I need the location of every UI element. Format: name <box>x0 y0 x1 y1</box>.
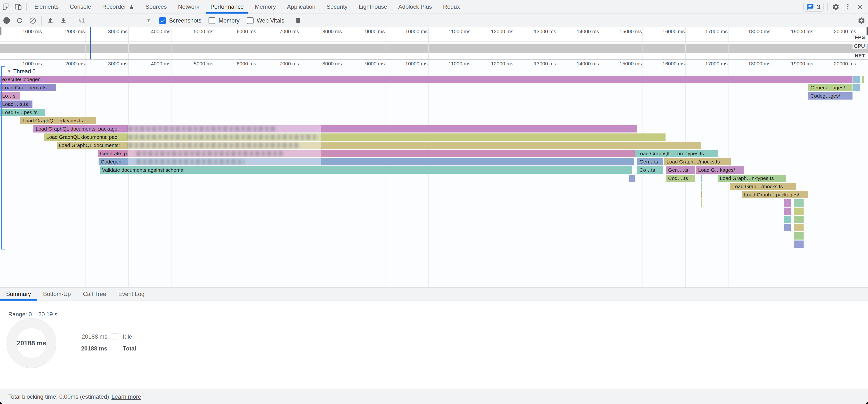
flame-event-bar[interactable] <box>701 191 702 198</box>
flame-event-bar[interactable]: Load Graph…n-types.ts <box>718 175 786 182</box>
device-toolbar-icon[interactable] <box>12 1 24 13</box>
flame-event-label: Codeg…ges/ <box>810 93 840 99</box>
bottom-tab-call-tree[interactable]: Call Tree <box>77 287 112 301</box>
redaction-overlay <box>128 125 321 166</box>
flame-event-bar[interactable]: Load Grap…/mocks.ts <box>730 183 796 190</box>
status-bar: Total blocking time: 0.00ms (estimated) … <box>0 389 868 404</box>
flame-event-bar[interactable] <box>701 183 702 190</box>
clear-recording-button[interactable] <box>26 14 39 27</box>
flame-event-bar[interactable]: executeCodegen <box>0 76 852 83</box>
thread-group-header[interactable]: ▼ Thread 0 <box>7 68 36 75</box>
recording-select[interactable]: #1 ▼ <box>74 15 155 26</box>
flame-event-bar[interactable]: Codeg…ges/ <box>808 92 852 99</box>
tab-memory[interactable]: Memory <box>249 0 281 13</box>
checkbox-web-vitals[interactable]: Web Vitals <box>247 17 284 24</box>
overview-left-handle[interactable] <box>0 27 1 35</box>
tab-adblock-plus[interactable]: Adblock Plus <box>393 0 438 13</box>
issues-count-button[interactable]: 3 <box>803 2 824 12</box>
flame-event-bar[interactable] <box>701 199 702 207</box>
flame-event-bar[interactable]: Load GraphQL …urn-types.ts <box>635 150 718 157</box>
overview-tick-label: 17000 ms <box>691 28 727 35</box>
tab-performance[interactable]: Performance <box>205 0 249 13</box>
flame-event-label: executeCodegen <box>2 76 41 82</box>
flame-event-bar[interactable]: Load …s.ts <box>0 100 32 108</box>
tab-lighthouse[interactable]: Lighthouse <box>353 0 393 13</box>
flame-event-bar[interactable] <box>862 76 863 83</box>
flame-event-bar[interactable]: Load GraphQ…ed/types.ts <box>20 117 96 124</box>
flame-event-bar[interactable]: Load G…kages/ <box>696 166 744 174</box>
bottom-tab-event-log[interactable]: Event Log <box>112 287 150 301</box>
flame-event-bar[interactable] <box>784 199 791 207</box>
flame-event-label: Load Gra…hema.ts <box>2 85 46 90</box>
settings-gear-icon[interactable] <box>830 1 842 13</box>
record-and-reload-button[interactable] <box>13 14 26 27</box>
checkbox-box-icon[interactable] <box>247 17 254 24</box>
flame-event-label: Load GraphQ…ed/types.ts <box>23 118 83 123</box>
flame-event-bar[interactable] <box>784 216 791 223</box>
flame-event-bar[interactable] <box>794 208 804 215</box>
flame-event-bar[interactable]: Gen….ts <box>666 166 695 174</box>
overview-right-handle[interactable] <box>867 27 868 35</box>
tab-sources[interactable]: Sources <box>140 0 173 13</box>
checkbox-box-icon[interactable] <box>209 17 215 24</box>
flame-event-bar[interactable]: Load Gra…hema.ts <box>0 84 56 91</box>
tab-elements[interactable]: Elements <box>29 0 64 13</box>
flame-event-bar[interactable]: Load Graph…packages/ <box>742 191 808 198</box>
divider <box>26 3 27 11</box>
flame-chart[interactable]: ▼ Thread 0 1000 ms2000 ms3000 ms4000 ms5… <box>0 60 868 287</box>
bottom-tab-summary[interactable]: Summary <box>0 287 37 301</box>
tab-application[interactable]: Application <box>281 0 321 13</box>
flame-event-bar[interactable]: Lo…s <box>0 92 20 99</box>
tab-label: Memory <box>255 3 276 10</box>
flame-event-bar[interactable] <box>794 241 804 248</box>
capture-settings-gear-icon[interactable] <box>855 14 868 27</box>
close-devtools-icon[interactable] <box>854 1 866 13</box>
flame-event-bar[interactable] <box>701 175 702 182</box>
tab-redux[interactable]: Redux <box>437 0 465 13</box>
tab-label: Lighthouse <box>359 3 387 10</box>
flame-event-bar[interactable] <box>629 175 635 182</box>
ruler-tick-label: 4000 ms <box>134 60 170 67</box>
checkbox-box-icon[interactable] <box>159 17 166 24</box>
flame-event-label: Load G…kages/ <box>698 167 735 173</box>
record-button[interactable] <box>0 14 13 27</box>
load-profile-icon[interactable] <box>44 14 57 27</box>
flame-event-bar[interactable]: Gen…ts <box>637 158 663 165</box>
inspect-element-icon[interactable] <box>0 1 12 13</box>
tab-console[interactable]: Console <box>64 0 97 13</box>
checkbox-memory[interactable]: Memory <box>209 17 240 24</box>
learn-more-link[interactable]: Learn more <box>112 393 141 400</box>
flame-event-bar[interactable]: Load Graph…/mocks.ts <box>664 158 731 165</box>
flame-event-label: Gen…ts <box>640 159 658 164</box>
flame-event-bar[interactable]: Genera…ages/ <box>808 84 852 91</box>
flame-event-bar[interactable] <box>794 224 804 231</box>
flame-event-label: Generate: p <box>100 151 127 156</box>
bottom-tab-bottom-up[interactable]: Bottom-Up <box>37 287 77 301</box>
delete-recording-icon[interactable] <box>291 14 305 27</box>
flame-event-bar[interactable] <box>784 224 791 231</box>
flame-event-bar[interactable]: Cod….ts <box>666 175 695 182</box>
tab-security[interactable]: Security <box>321 0 353 13</box>
flame-event-bar[interactable]: Co…ts <box>637 166 663 174</box>
flame-event-label: Load Graph…n-types.ts <box>720 175 774 181</box>
flame-event-bar[interactable] <box>794 232 804 240</box>
flame-event-bar[interactable] <box>794 199 804 207</box>
flame-event-bar[interactable] <box>853 76 860 83</box>
gridline <box>428 27 429 59</box>
flame-event-bar[interactable]: Load G…pes.ts <box>0 109 45 116</box>
flame-event-bar[interactable]: Load GraphQL documents: package <box>33 125 637 132</box>
save-profile-icon[interactable] <box>57 14 70 27</box>
flame-event-bar[interactable] <box>853 84 860 91</box>
tab-recorder[interactable]: Recorder <box>97 0 140 13</box>
overview-tick-label: 18000 ms <box>734 28 770 35</box>
tab-network[interactable]: Network <box>173 0 205 13</box>
flame-event-bar[interactable] <box>794 216 804 223</box>
flame-event-bar[interactable]: Validate documents against schema <box>100 166 631 174</box>
timeline-overview[interactable]: 1000 ms2000 ms3000 ms4000 ms5000 ms6000 … <box>0 27 868 60</box>
flame-event-label: Lo…s <box>2 93 16 99</box>
flame-event-bar[interactable] <box>784 208 791 215</box>
tab-label: Sources <box>146 3 167 10</box>
checkbox-screenshots[interactable]: Screenshots <box>159 17 201 24</box>
lane-separator <box>0 41 868 42</box>
more-options-kebab-icon[interactable] <box>842 1 854 13</box>
